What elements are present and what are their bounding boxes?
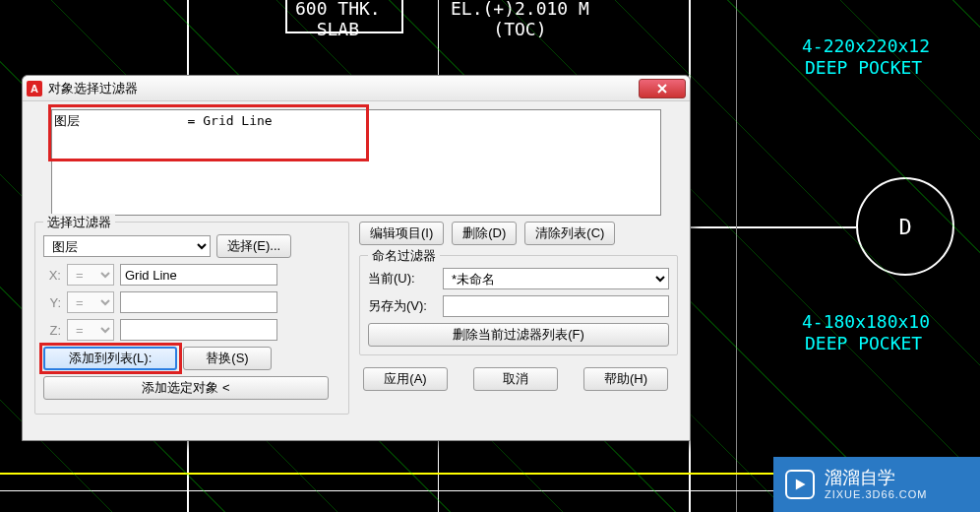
filter-list-entry[interactable]: 图层 = Grid Line [54, 112, 658, 130]
delete-current-filter-button[interactable]: 删除当前过滤器列表(F) [368, 323, 669, 347]
z-op-select: = [67, 319, 114, 341]
cad-text-pocket1b: DEEP POCKET [805, 57, 922, 78]
watermark-sub: ZIXUE.3D66.COM [825, 488, 927, 500]
cad-text-pocket1a: 4-220x220x12 [802, 35, 930, 56]
watermark-badge: 溜溜自学 ZIXUE.3D66.COM [773, 457, 980, 512]
edit-item-button[interactable]: 编辑项目(I) [359, 222, 444, 245]
save-as-input[interactable] [443, 295, 669, 317]
x-op-select: = [67, 264, 114, 286]
watermark-title: 溜溜自学 [825, 469, 927, 488]
cad-text-pocket2b: DEEP POCKET [805, 333, 922, 353]
dialog-titlebar[interactable]: A 对象选择过滤器 [23, 76, 690, 101]
y-label: Y: [43, 295, 61, 310]
current-filter-label: 当前(U): [368, 270, 437, 288]
replace-button[interactable]: 替换(S) [183, 347, 272, 370]
add-to-list-button[interactable]: 添加到列表(L): [43, 347, 177, 370]
filter-type-select[interactable]: 图层 [43, 235, 211, 257]
y-value-input [120, 291, 277, 313]
close-button[interactable] [639, 79, 686, 98]
cad-text-pocket2a: 4-180x180x10 [802, 311, 930, 332]
apply-button[interactable]: 应用(A) [363, 367, 448, 391]
x-label: X: [43, 268, 61, 283]
cad-text-el: EL.(+)2.010 M (TOC) [451, 0, 589, 39]
select-filter-legend: 选择过滤器 [43, 214, 115, 231]
close-icon [657, 84, 667, 94]
delete-button[interactable]: 删除(D) [452, 222, 517, 245]
cancel-button[interactable]: 取消 [473, 367, 558, 391]
object-selection-filter-dialog: A 对象选择过滤器 图层 = Grid Line 选择过滤器 图层 选 [22, 75, 691, 441]
z-value-input [120, 319, 277, 341]
help-button[interactable]: 帮助(H) [583, 367, 668, 391]
save-as-label: 另存为(V): [368, 297, 437, 315]
grid-bubble-d: D [856, 177, 954, 276]
filter-listbox[interactable]: 图层 = Grid Line [51, 109, 661, 216]
play-icon [785, 470, 815, 499]
current-filter-select[interactable]: *未命名 [443, 268, 669, 289]
clear-list-button[interactable]: 清除列表(C) [524, 222, 615, 245]
y-op-select: = [67, 291, 114, 313]
autocad-icon: A [27, 81, 42, 96]
select-button[interactable]: 选择(E)... [216, 234, 291, 258]
named-filter-legend: 命名过滤器 [368, 247, 440, 265]
add-selected-objects-button[interactable]: 添加选定对象 < [43, 376, 329, 400]
z-label: Z: [43, 323, 61, 338]
dialog-title: 对象选择过滤器 [48, 80, 639, 97]
x-value-input[interactable] [120, 264, 277, 286]
